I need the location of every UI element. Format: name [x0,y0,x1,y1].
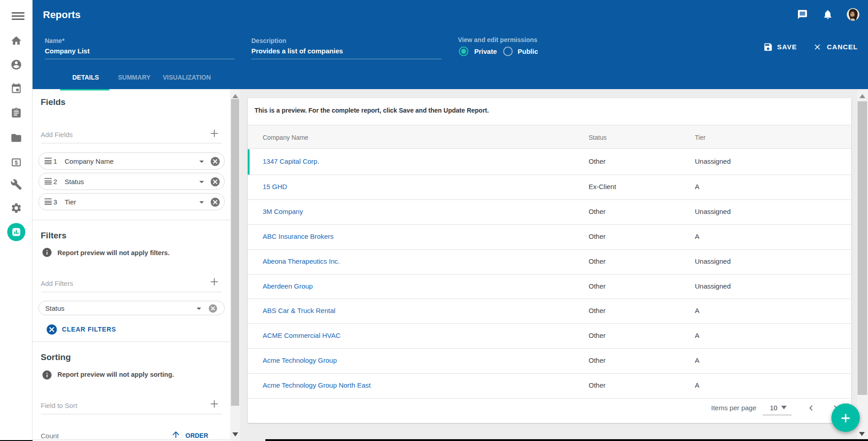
svg-text:$: $ [15,160,18,166]
